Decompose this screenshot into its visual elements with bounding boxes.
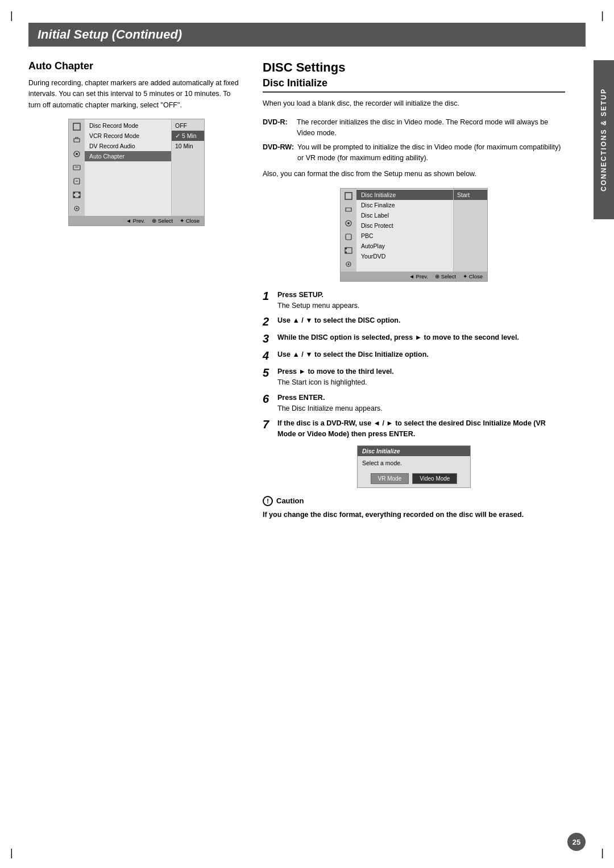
step-1: 1 Press SETUP. The Setup menu appears. (263, 290, 565, 311)
step-2-number: 2 (263, 315, 273, 328)
r-option-empty-2 (454, 210, 487, 220)
r-menu-item-yourdvd[interactable]: YourDVD (356, 251, 453, 261)
page-header: Initial Setup (Continued) (28, 23, 586, 47)
caution-text: If you change the disc format, everythin… (263, 510, 565, 520)
svg-rect-17 (346, 234, 351, 240)
menu-option-5min[interactable]: ✓ 5 Min (172, 131, 204, 141)
auto-chapter-title: Auto Chapter (28, 60, 244, 72)
caution-title: ! Caution (263, 496, 565, 506)
step-2: 2 Use ▲ / ▼ to select the DISC option. (263, 315, 565, 328)
step-1-number: 1 (263, 290, 273, 302)
page-number: 25 (567, 833, 586, 851)
disc-init-dialog-buttons: VR Mode Video Mode (358, 470, 470, 487)
r-icon-4 (343, 232, 354, 242)
footer-select: ⊕ Select (152, 218, 173, 224)
svg-point-13 (76, 208, 78, 210)
svg-rect-19 (345, 248, 347, 249)
menu-item-vcr-record[interactable]: VCR Record Mode (85, 131, 171, 141)
right-column: CONNECTIONS & SETUP DISC Settings Disc I… (263, 60, 586, 520)
right-menu-icons (341, 189, 356, 272)
svg-rect-0 (73, 123, 80, 130)
svg-rect-8 (73, 192, 75, 194)
dvdrw-text: You will be prompted to initialize the d… (297, 142, 565, 164)
step-5-text: The Start icon is highlighted. (277, 378, 367, 386)
step-6-content: Press ENTER. The Disc Initialize menu ap… (277, 393, 383, 414)
disc-settings-title: DISC Settings (263, 60, 565, 75)
menu-item-auto-chapter[interactable]: Auto Chapter (85, 151, 171, 161)
corner-mark-bl: | (10, 848, 13, 858)
caution-title-text: Caution (276, 496, 304, 505)
step-6-bold: Press ENTER. (277, 394, 325, 402)
dvdrw-label: DVD-RW: (263, 142, 294, 164)
footer-close: ✦ Close (180, 218, 200, 224)
menu-icon-auto (72, 162, 82, 173)
r-menu-item-autoplay[interactable]: AutoPlay (356, 241, 453, 251)
right-menu-option: Start (453, 189, 487, 272)
r-menu-item-disc-init[interactable]: Disc Initialize (356, 190, 453, 200)
step-3-content: While the DISC option is selected, press… (277, 332, 519, 343)
r-menu-item-disc-protect[interactable]: Disc Protect (356, 220, 453, 231)
menu-options-col: OFF ✓ 5 Min 10 Min (171, 119, 204, 216)
svg-point-2 (76, 153, 78, 155)
step-3: 3 While the DISC option is selected, pre… (263, 332, 565, 345)
main-content: Auto Chapter During recording, chapter m… (28, 60, 586, 520)
r-menu-item-disc-label[interactable]: Disc Label (356, 210, 453, 220)
step-4-bold: Use ▲ / ▼ to select the Disc Initialize … (277, 350, 429, 358)
menu-item-disc-record[interactable]: Disc Record Mode (85, 120, 171, 131)
r-icon-3 (343, 218, 354, 228)
also-text: Also, you can format the disc from the S… (263, 169, 565, 180)
menu-option-off[interactable]: OFF (172, 120, 204, 131)
r-footer-prev: ◄ Prev. (409, 273, 429, 279)
r-icon-1 (343, 191, 354, 201)
menu-item-dv-record[interactable]: DV Record Audio (85, 141, 171, 151)
step-4-content: Use ▲ / ▼ to select the Disc Initialize … (277, 349, 429, 360)
menu-items-list: Disc Record Mode VCR Record Mode DV Reco… (85, 119, 171, 216)
svg-rect-11 (78, 196, 80, 198)
svg-rect-20 (345, 252, 347, 253)
steps-container: 1 Press SETUP. The Setup menu appears. 2… (263, 290, 565, 440)
svg-point-16 (347, 222, 350, 224)
r-option-start[interactable]: Start (454, 190, 487, 200)
footer-prev: ◄ Prev. (126, 218, 146, 224)
caution-icon: ! (263, 496, 273, 506)
vr-mode-button[interactable]: VR Mode (371, 473, 409, 484)
svg-point-22 (348, 263, 350, 265)
r-footer-select: ⊕ Select (435, 273, 456, 279)
step-6-text: The Disc Initialize menu appears. (277, 404, 383, 412)
corner-mark-tl: | (10, 10, 13, 20)
r-menu-item-pbc[interactable]: PBC (356, 231, 453, 241)
step-1-text: The Setup menu appears. (277, 302, 360, 310)
auto-chapter-body: During recording, chapter markers are ad… (28, 78, 244, 111)
right-menu-footer: ◄ Prev. ⊕ Select ✦ Close (341, 272, 487, 281)
step-5-number: 5 (263, 366, 273, 379)
video-mode-button[interactable]: Video Mode (412, 473, 457, 484)
caution-section: ! Caution If you change the disc format,… (263, 496, 565, 520)
svg-rect-14 (345, 193, 352, 199)
side-tab-text: CONNECTIONS & SETUP (600, 88, 608, 191)
corner-mark-br: | (601, 848, 604, 858)
menu-icons-col (69, 119, 85, 216)
r-icon-5 (343, 245, 354, 256)
svg-rect-3 (73, 165, 80, 170)
auto-chapter-menu: Disc Record Mode VCR Record Mode DV Reco… (68, 119, 205, 226)
r-icon-2 (343, 205, 354, 215)
dvd-definitions: DVD-R: The recorder initializes the disc… (263, 117, 565, 163)
step-5-bold: Press ► to move to the third level. (277, 368, 394, 375)
menu-icon-vcr (72, 135, 82, 145)
step-7-bold: If the disc is a DVD-RW, use ◄ / ► to se… (277, 419, 546, 438)
step-6: 6 Press ENTER. The Disc Initialize menu … (263, 393, 565, 414)
disc-init-dialog-body: Select a mode. (358, 456, 470, 470)
menu-icon-film (72, 190, 82, 200)
r-menu-item-disc-finalize[interactable]: Disc Finalize (356, 200, 453, 210)
menu-icon-disc (72, 122, 82, 132)
dvdrw-def: DVD-RW: You will be prompted to initiali… (263, 142, 565, 164)
disc-init-dialog-header: Disc Initialize (358, 446, 470, 456)
disc-init-dialog: Disc Initialize Select a mode. VR Mode V… (357, 445, 471, 488)
step-7-content: If the disc is a DVD-RW, use ◄ / ► to se… (277, 418, 565, 440)
step-5-content: Press ► to move to the third level. The … (277, 366, 394, 388)
svg-rect-9 (73, 196, 75, 198)
left-column: Auto Chapter During recording, chapter m… (28, 60, 244, 520)
step-3-number: 3 (263, 332, 273, 345)
step-1-bold: Press SETUP. (277, 291, 323, 299)
menu-option-10min[interactable]: 10 Min (172, 141, 204, 151)
